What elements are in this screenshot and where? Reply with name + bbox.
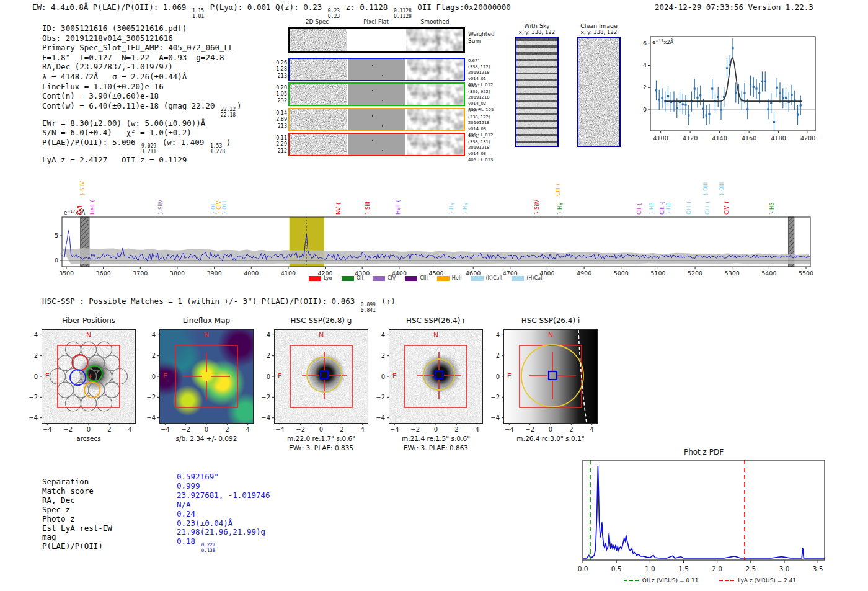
- svg-text:2: 2: [454, 426, 458, 433]
- compass-north: N: [275, 331, 368, 339]
- svg-text:2: 2: [496, 352, 500, 359]
- hsc-g-overlay: [275, 330, 368, 423]
- compass-east: E: [278, 372, 282, 380]
- legend-label: HeII: [452, 275, 462, 281]
- svg-text:2: 2: [381, 352, 385, 359]
- cutout-2dspec: [290, 134, 347, 155]
- match-label: Spec z: [42, 505, 112, 515]
- noise-texture: [578, 38, 619, 146]
- svg-text:NV {: NV {: [335, 202, 342, 215]
- info-line: LyA z = 2.4127 OII z = 0.1129: [42, 155, 242, 165]
- svg-text:5000: 5000: [614, 270, 629, 277]
- match-value: 0.24: [177, 510, 270, 519]
- svg-text:4: 4: [152, 332, 156, 339]
- spectrum-legend: LyαOIICIVCIIIHeII(K)CaII(H)CaII: [309, 275, 544, 281]
- lineflux-map-image: N E: [160, 330, 253, 423]
- stacked-fraction: 1.531.278: [210, 144, 225, 155]
- info-line: Obs: 20191218v014_3005121616: [42, 33, 242, 43]
- svg-text:} Hγ: } Hγ: [462, 202, 468, 215]
- cutout-2dspec: [290, 109, 347, 130]
- svg-text:CIV {: CIV {: [724, 201, 730, 215]
- compass-north: N: [160, 331, 253, 339]
- svg-text:−4: −4: [161, 426, 170, 433]
- svg-text:3.0: 3.0: [779, 565, 790, 572]
- with-sky-title: With Sky: [512, 22, 562, 29]
- fiber-overlay: [42, 330, 135, 423]
- cutout-pixelflat: [348, 109, 405, 130]
- svg-text:OVI: OVI: [77, 205, 83, 215]
- info-line: Cont(n) = 3.90(±0.60)e-18: [42, 91, 242, 101]
- stacked-fraction: 1.151.01: [192, 9, 204, 20]
- svg-text:} SiIV: } SiIV: [79, 181, 86, 196]
- svg-text:0: 0: [267, 373, 270, 380]
- svg-text:0: 0: [152, 373, 156, 380]
- cutout-smoothed: [407, 59, 464, 80]
- cutout-smoothed: [407, 84, 464, 105]
- match-value: 0.999: [177, 482, 270, 491]
- fiber-positions-image: N E: [42, 330, 135, 423]
- svg-text:0.5: 0.5: [611, 565, 622, 572]
- svg-text:−2: −2: [376, 394, 385, 401]
- hsc-r-overlay: [389, 330, 482, 423]
- info-line: λ = 4148.72Å σ = 2.26(±0.44)Å: [42, 72, 242, 82]
- svg-text:0: 0: [434, 426, 438, 433]
- info-line: Primary Spec_Slot_IFU_AMP: 405_072_060_L…: [42, 43, 242, 53]
- svg-text:} OIII: } OIII: [702, 182, 709, 196]
- line-fit-plot: 4100412041404160418042000246e−17x2Å: [642, 28, 823, 147]
- match-label: P(LAE)/P(OII): [42, 542, 112, 551]
- match-table-values: 0.592169"0.99923.927681, -1.019746N/A0.2…: [177, 473, 270, 553]
- hsc-i-image: N E: [504, 330, 597, 423]
- legend-item: (K)CaII: [471, 275, 503, 281]
- hsc-i-overlay: [504, 330, 597, 423]
- spec2d-row: [288, 58, 465, 81]
- svg-text:4: 4: [246, 426, 249, 433]
- svg-text:0: 0: [87, 426, 91, 433]
- header-timestamp-version: 2024-12-29 07:33:56 Version 1.22.3: [655, 2, 813, 12]
- legend-label: Lyα: [324, 275, 332, 281]
- svg-text:} Hβ: } Hβ: [665, 202, 671, 215]
- row-weights-label: 0.261.28213: [275, 60, 287, 79]
- svg-text:} OIII: } OIII: [221, 201, 228, 215]
- photz-legend-item: OII z (VIRUS) = 0.11: [624, 577, 699, 584]
- svg-text:OIII {: OIII {: [686, 201, 692, 215]
- svg-text:3.5: 3.5: [813, 565, 823, 572]
- compass-east: E: [163, 372, 167, 380]
- svg-text:2: 2: [225, 426, 229, 433]
- match-value: 0.592169": [177, 473, 270, 482]
- svg-text:5500: 5500: [799, 270, 813, 277]
- with-sky-panel: With Sky x, y: 338, 122: [512, 22, 562, 147]
- svg-text:2: 2: [267, 352, 270, 359]
- svg-text:5200: 5200: [688, 270, 702, 277]
- match-value: 0.23(±0.04)Å: [177, 519, 270, 528]
- svg-text:5300: 5300: [725, 270, 740, 277]
- info-line: F=1.8" T=0.127 N=1.22 A=0.93 g=24.8: [42, 53, 242, 63]
- svg-text:−2: −2: [29, 394, 38, 401]
- svg-text:−4: −4: [261, 414, 270, 421]
- svg-text:0: 0: [205, 426, 208, 433]
- svg-text:2: 2: [569, 426, 573, 433]
- header-summary-line: EW: 4.4±0.8Å P(LAE)/P(OII): 1.069 1.151.…: [32, 2, 511, 20]
- svg-text:4: 4: [267, 332, 270, 339]
- svg-text:2: 2: [340, 426, 343, 433]
- panel-title: Fiber Positions: [42, 316, 135, 325]
- match-label: mag: [42, 533, 112, 542]
- svg-text:2: 2: [107, 426, 111, 433]
- with-sky-coords: x, y: 338, 122: [512, 29, 562, 35]
- legend-label: (K)CaII: [486, 275, 503, 281]
- svg-text:4900: 4900: [577, 270, 591, 277]
- svg-text:4140: 4140: [712, 135, 727, 141]
- photz-legend-item: LyA z (VIRUS) = 2.41: [719, 577, 796, 584]
- svg-text:2.5: 2.5: [745, 565, 756, 572]
- svg-text:−2: −2: [181, 426, 190, 433]
- clean-image-panel: Clean Image x, y: 338, 122: [574, 22, 624, 147]
- weighted-sum-label: WeightedSum: [468, 31, 495, 45]
- legend-swatch: [309, 276, 321, 281]
- svg-text:−4: −4: [43, 426, 52, 433]
- svg-text:−4: −4: [29, 414, 38, 421]
- cutout-pixelflat: [348, 59, 405, 80]
- full-spectrum-plot: 3500360037003800390040004100420043004400…: [50, 166, 837, 288]
- svg-text:−2: −2: [146, 394, 156, 401]
- noise-overlay: [516, 38, 557, 146]
- legend-label: OII: [356, 275, 363, 281]
- svg-text:4160: 4160: [742, 135, 756, 141]
